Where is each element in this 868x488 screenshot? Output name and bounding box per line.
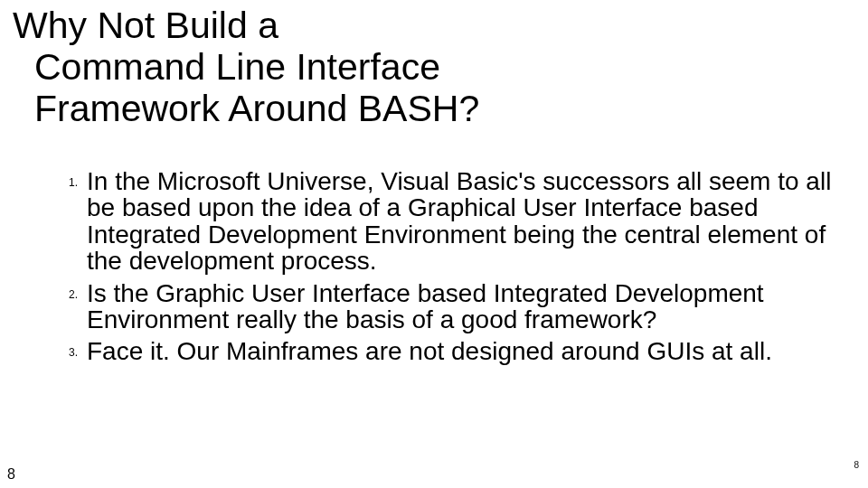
points-list: In the Microsoft Universe, Visual Basic'… bbox=[52, 168, 850, 365]
list-item: Is the Graphic User Interface based Inte… bbox=[52, 280, 850, 333]
title-line-2: Command Line Interface bbox=[13, 47, 850, 89]
point-text: In the Microsoft Universe, Visual Basic'… bbox=[87, 167, 831, 275]
slide-title: Why Not Build a Command Line Interface F… bbox=[13, 5, 850, 130]
title-line-1: Why Not Build a bbox=[13, 5, 278, 46]
title-line-3: Framework Around BASH? bbox=[13, 89, 850, 130]
slide: Why Not Build a Command Line Interface F… bbox=[0, 0, 868, 488]
point-text: Face it. Our Mainframes are not designed… bbox=[87, 337, 772, 365]
slide-body: In the Microsoft Universe, Visual Basic'… bbox=[52, 168, 850, 371]
list-item: In the Microsoft Universe, Visual Basic'… bbox=[52, 168, 850, 275]
page-number-right: 8 bbox=[854, 460, 859, 470]
list-item: Face it. Our Mainframes are not designed… bbox=[52, 338, 850, 364]
page-number-left: 8 bbox=[7, 466, 15, 483]
point-text: Is the Graphic User Interface based Inte… bbox=[87, 279, 764, 333]
